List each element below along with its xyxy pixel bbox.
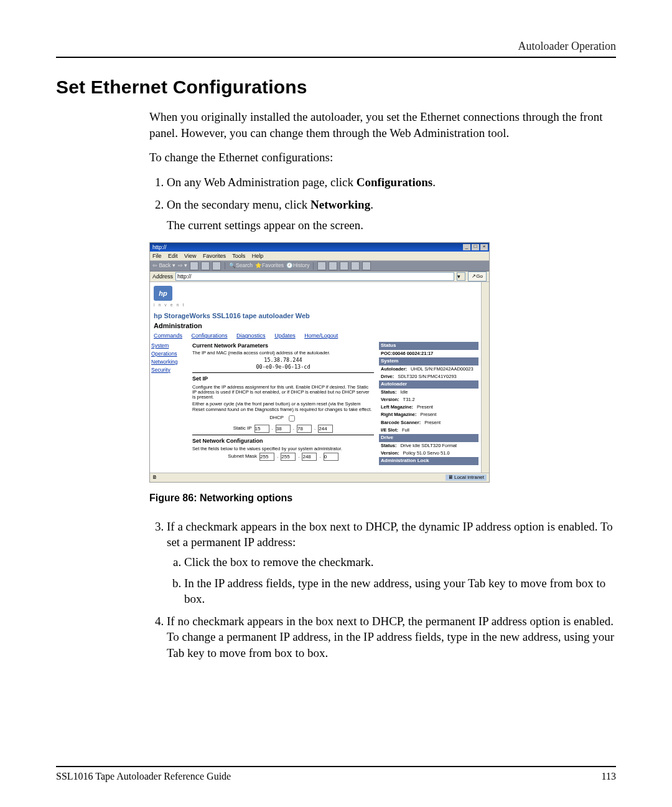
subnet-field-3[interactable]: [302, 453, 317, 461]
ip-field-2[interactable]: [276, 425, 291, 433]
bar-autoloader: Autoloader: [379, 380, 478, 389]
maximize-button[interactable]: □: [472, 244, 479, 250]
k-drive: Drive:: [381, 374, 394, 380]
step-4: If no checkmark appears in the box next …: [167, 613, 616, 661]
step-3b: In the IP address fields, type in the ne…: [184, 575, 616, 607]
v-status2: Idle: [396, 389, 477, 395]
v-leftmag: Present: [413, 404, 477, 410]
subnet-row: Subnet Mask . . .: [192, 453, 374, 461]
tab-updates[interactable]: Updates: [274, 333, 296, 339]
v-dstatus: Drive Idle SDLT320 Format: [396, 443, 477, 449]
step-2-bold: Networking: [310, 198, 370, 211]
intro-paragraph: When you originally installed the autolo…: [149, 109, 616, 141]
setip-desc: Configure the IP address assignment for …: [192, 385, 374, 400]
step-3a: Click the box to remove the checkmark.: [184, 554, 616, 570]
v-rightmag: Present: [417, 412, 477, 418]
static-ip-label: Static IP: [233, 425, 252, 432]
bar-status: Status: [379, 342, 478, 350]
static-ip-row: Static IP . . .: [192, 425, 374, 433]
v-version: T31.2: [399, 397, 477, 403]
k-status2: Status:: [381, 389, 396, 395]
stop-icon[interactable]: [190, 262, 198, 270]
ip-field-3[interactable]: [297, 425, 312, 433]
refresh-icon[interactable]: [201, 262, 210, 270]
print-icon[interactable]: [329, 262, 337, 270]
titlebar-text: http://: [151, 243, 462, 251]
ip-value: 15.38.78.244: [192, 357, 374, 364]
step-3-sublist: Click the box to remove the checkmark. I…: [167, 554, 616, 607]
mac-value: 00-e0-9e-06-13-cd: [192, 364, 374, 370]
subnet-label: Subnet Mask: [228, 453, 257, 460]
bar-system: System: [379, 357, 478, 366]
ip-field-4[interactable]: [318, 425, 333, 433]
footer-left: SSL1016 Tape Autoloader Reference Guide: [56, 771, 231, 782]
menu-view[interactable]: View: [184, 253, 196, 259]
nav-security[interactable]: Security: [151, 366, 191, 374]
left-nav: System Operations Networking Security: [150, 339, 192, 473]
k-barcode: Barcode Scanner:: [381, 420, 421, 426]
nav-networking[interactable]: Networking: [151, 358, 191, 366]
discuss-icon[interactable]: [351, 262, 360, 270]
subnet-field-4[interactable]: [324, 453, 338, 461]
tab-commands[interactable]: Commands: [154, 333, 182, 339]
step-1: On any Web Administration page, click Co…: [167, 174, 616, 191]
step-3: If a checkmark appears in the box next t…: [167, 519, 616, 607]
mail-icon[interactable]: [317, 262, 326, 270]
menubar: File Edit View Favorites Tools Help: [150, 252, 489, 261]
right-panel: Status POC:00046 00024:21:17 System Auto…: [379, 342, 478, 465]
subnet-field-1[interactable]: [259, 453, 274, 461]
address-label: Address: [152, 273, 173, 280]
home-icon[interactable]: [212, 262, 221, 270]
poc-value: POC:00046 00024:21:17: [381, 351, 433, 357]
menu-edit[interactable]: Edit: [168, 253, 178, 259]
steps-list: On any Web Administration page, click Co…: [149, 174, 616, 234]
menu-favorites[interactable]: Favorites: [203, 253, 226, 259]
forward-button[interactable]: ⇨ ▾: [178, 262, 187, 269]
k-autoloader: Autoloader:: [381, 366, 407, 372]
vertical-scrollbar[interactable]: [481, 282, 489, 473]
subnet-field-2[interactable]: [281, 453, 296, 461]
tab-home-logout[interactable]: Home/Logout: [304, 333, 338, 339]
figure-caption: Figure 86: Networking options: [149, 491, 616, 505]
k-leftmag: Left Magazine:: [381, 404, 413, 410]
favorites-button[interactable]: ⭐Favorites: [255, 262, 284, 269]
step-2-post: .: [370, 198, 373, 211]
tab-diagnostics[interactable]: Diagnostics: [236, 333, 266, 339]
back-button[interactable]: ⇦ Back ▾: [152, 262, 175, 269]
go-button[interactable]: ↗Go: [468, 271, 487, 281]
close-button[interactable]: ×: [480, 244, 488, 250]
edit-icon[interactable]: [340, 262, 348, 270]
security-zone: 🖥 Local intranet: [446, 474, 487, 481]
history-button[interactable]: 🕘History: [286, 262, 309, 269]
minimize-button[interactable]: _: [463, 244, 470, 250]
menu-file[interactable]: File: [152, 253, 162, 259]
step-3-text: If a checkmark appears in the box next t…: [167, 520, 613, 549]
menu-tools[interactable]: Tools: [232, 253, 245, 259]
screenshot-window: http:// _ □ × File Edit View Favorites T…: [149, 242, 490, 483]
cnp-desc: The IP and MAC (media access control) ad…: [192, 350, 374, 356]
top-tabs: Commands Configurations Diagnostics Upda…: [154, 332, 481, 339]
address-dropdown[interactable]: ▾: [457, 272, 465, 281]
browser-statusbar: 🗎 🖥 Local intranet: [150, 473, 489, 482]
tab-configurations[interactable]: Configurations: [192, 333, 228, 339]
status-icon: 🗎: [152, 474, 157, 481]
footer-page-number: 113: [602, 771, 616, 782]
head-rule: [56, 57, 616, 58]
steps-list-continued: If a checkmark appears in the box next t…: [149, 519, 616, 661]
heading-current-network-params: Current Network Parameters: [192, 342, 374, 349]
heading-set-ip: Set IP: [192, 375, 374, 382]
dhcp-row: DHCP: [192, 413, 374, 423]
step-2: On the secondary menu, click Networking.…: [167, 197, 616, 234]
dhcp-checkbox[interactable]: [289, 415, 295, 422]
step-2-subtext: The current settings appear on the scree…: [167, 217, 616, 234]
v-dversion: Policy 51.0 Servo 51.0: [399, 450, 477, 456]
k-dversion: Version:: [381, 450, 399, 456]
v-drive: SDLT320 S/N:PMC41Y0293: [394, 374, 477, 380]
nav-system-operations[interactable]: System Operations: [151, 342, 191, 358]
running-head: Autoloader Operation: [56, 40, 616, 53]
messenger-icon[interactable]: [362, 262, 371, 270]
menu-help[interactable]: Help: [252, 253, 264, 259]
address-input[interactable]: [175, 272, 454, 281]
ip-field-1[interactable]: [254, 425, 269, 433]
search-button[interactable]: 🔍Search: [229, 262, 253, 269]
